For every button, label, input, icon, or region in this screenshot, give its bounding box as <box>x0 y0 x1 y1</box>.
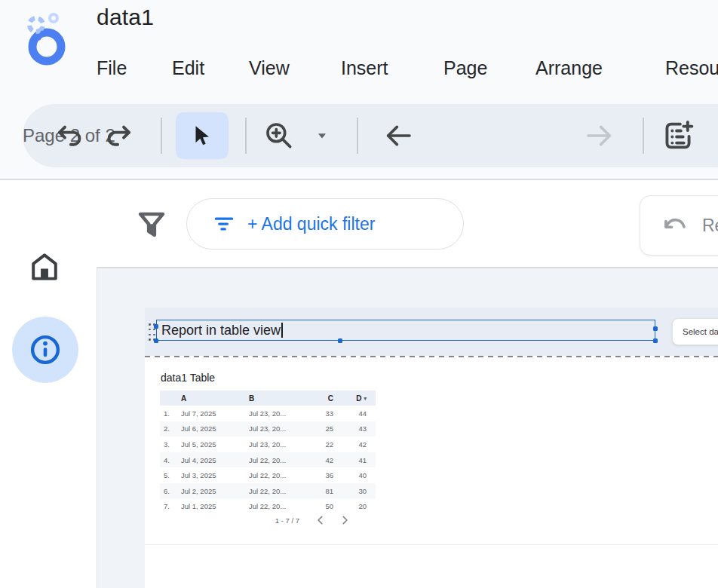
add-quick-filter-button[interactable]: + Add quick filter <box>186 198 464 250</box>
menu-file[interactable]: File <box>97 54 127 81</box>
left-navigation-rail <box>0 180 97 588</box>
cell-b: Jul 22, 20... <box>249 471 309 479</box>
date-range-button[interactable]: Select date range <box>672 318 718 345</box>
looker-studio-window: data1 File Edit View Insert Page Arrange… <box>0 0 718 588</box>
cell-c: 22 <box>309 440 333 449</box>
table-row[interactable]: 7. Jul 1, 2025 Jul 22, 20... 50 20 <box>160 499 376 515</box>
cell-d: 43 <box>333 424 371 433</box>
row-number: 6. <box>160 487 181 495</box>
reset-undo-icon <box>660 211 689 240</box>
toolbar-divider <box>357 118 358 154</box>
title-textbox[interactable]: Report in table view <box>156 320 655 341</box>
date-range-label: Select date range <box>683 327 718 336</box>
cell-a: Jul 1, 2025 <box>181 502 249 510</box>
reset-label: Reset <box>702 216 718 236</box>
menu-arrange[interactable]: Arrange <box>535 54 603 81</box>
undo-button[interactable] <box>54 120 86 152</box>
add-data-icon <box>661 118 695 153</box>
next-page-button-disabled[interactable] <box>585 121 615 151</box>
report-title[interactable]: data1 <box>97 5 154 30</box>
report-canvas[interactable]: Report in table view Select date range d… <box>97 268 718 588</box>
row-number: 7. <box>160 502 181 510</box>
sort-caret-icon: ▾ <box>364 396 367 402</box>
table-chart-title: data1 Table <box>161 372 215 384</box>
redo-button[interactable] <box>103 120 134 152</box>
zoom-tool-button[interactable] <box>262 119 296 152</box>
header-boundary-dashed-line <box>145 356 718 357</box>
column-header-c[interactable]: C <box>309 394 333 403</box>
toolbar: Page 2 of 2 <box>23 104 718 167</box>
menu-edit[interactable]: Edit <box>172 54 204 81</box>
toolbar-divider <box>245 118 247 154</box>
column-header-a[interactable]: A <box>181 394 249 403</box>
resize-handle[interactable] <box>154 324 158 329</box>
column-header-d[interactable]: D▾ <box>333 394 371 403</box>
cell-a: Jul 2, 2025 <box>181 487 249 495</box>
pagination-prev-icon[interactable] <box>315 515 326 525</box>
home-button[interactable] <box>27 250 62 284</box>
table-row[interactable]: 4. Jul 4, 2025 Jul 22, 20... 42 41 <box>160 452 376 468</box>
report-page[interactable]: Report in table view Select date range d… <box>145 308 718 588</box>
report-info-button[interactable] <box>12 317 78 383</box>
add-data-button[interactable] <box>661 118 695 153</box>
resize-handle[interactable] <box>154 338 158 343</box>
toolbar-divider <box>643 118 644 154</box>
cell-d: 20 <box>333 502 371 510</box>
menu-resource[interactable]: Resource <box>665 54 718 81</box>
cell-b: Jul 22, 20... <box>249 502 309 510</box>
cell-b: Jul 22, 20... <box>249 456 309 464</box>
table-row[interactable]: 3. Jul 5, 2025 Jul 23, 20... 22 42 <box>160 436 376 452</box>
select-tool-button[interactable] <box>176 112 229 159</box>
resize-handle[interactable] <box>653 338 658 343</box>
cell-a: Jul 6, 2025 <box>181 424 249 433</box>
top-chrome: data1 File Edit View Insert Page Arrange… <box>0 0 718 179</box>
resize-handle[interactable] <box>653 326 658 331</box>
home-icon <box>27 250 62 284</box>
data-table[interactable]: A B C D▾ 1. Jul 7, 2025 Jul 23, 20... 33… <box>160 390 376 514</box>
column-header-b[interactable]: B <box>249 394 309 403</box>
cell-b: Jul 22, 20... <box>249 487 309 495</box>
looker-studio-logo-icon[interactable] <box>20 12 71 66</box>
add-quick-filter-label: + Add quick filter <box>247 214 375 234</box>
filter-funnel-icon[interactable] <box>136 208 167 241</box>
info-icon <box>28 332 63 367</box>
pagination-next-icon[interactable] <box>339 515 350 525</box>
row-number: 1. <box>160 409 181 418</box>
toolbar-divider <box>161 118 162 154</box>
cell-d: 42 <box>333 440 371 449</box>
filter-bar: + Add quick filter Reset <box>0 180 718 268</box>
cursor-icon <box>189 123 215 149</box>
table-pagination: 1 - 7 / 7 <box>160 514 376 528</box>
cell-b: Jul 23, 20... <box>249 409 309 418</box>
title-textbox-text: Report in table view <box>157 323 281 338</box>
pagination-range: 1 - 7 / 7 <box>275 516 299 525</box>
menu-insert[interactable]: Insert <box>341 54 388 81</box>
table-row[interactable]: 5. Jul 3, 2025 Jul 22, 20... 36 40 <box>160 467 376 483</box>
resize-handle[interactable] <box>338 338 342 343</box>
page-boundary-line <box>145 544 718 545</box>
previous-page-button[interactable] <box>383 121 413 151</box>
row-number: 4. <box>160 456 181 464</box>
cell-a: Jul 4, 2025 <box>181 456 249 464</box>
menu-view[interactable]: View <box>249 54 290 81</box>
table-row[interactable]: 2. Jul 6, 2025 Jul 23, 20... 25 43 <box>160 421 376 437</box>
cell-c: 50 <box>309 502 333 510</box>
zoom-in-icon <box>262 119 296 152</box>
cell-b: Jul 23, 20... <box>249 424 309 433</box>
row-number: 2. <box>160 424 181 433</box>
cell-d: 41 <box>333 456 371 464</box>
row-number: 5. <box>160 471 181 479</box>
cell-c: 25 <box>309 424 333 433</box>
table-row[interactable]: 6. Jul 2, 2025 Jul 22, 20... 81 30 <box>160 483 376 499</box>
zoom-dropdown-caret-icon[interactable] <box>315 129 329 142</box>
cell-b: Jul 23, 20... <box>249 440 309 449</box>
cell-d: 30 <box>333 487 371 495</box>
menu-page[interactable]: Page <box>443 54 487 81</box>
cell-c: 33 <box>309 409 333 418</box>
reset-button[interactable]: Reset <box>640 195 718 256</box>
table-row[interactable]: 1. Jul 7, 2025 Jul 23, 20... 33 44 <box>160 406 376 421</box>
filter-list-icon <box>213 213 235 235</box>
table-body: 1. Jul 7, 2025 Jul 23, 20... 33 44 2. Ju… <box>160 406 376 514</box>
cell-c: 42 <box>309 456 333 464</box>
table-header-row[interactable]: A B C D▾ <box>160 390 376 406</box>
